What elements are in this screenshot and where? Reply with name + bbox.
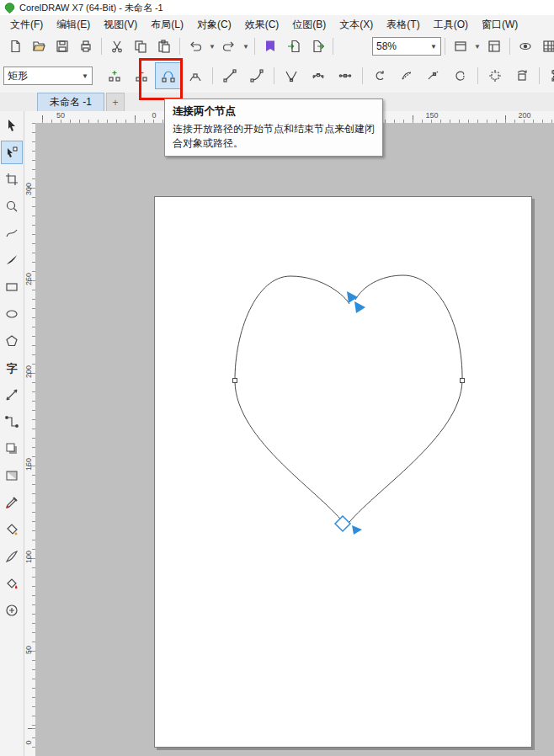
selected-node-arrow[interactable] bbox=[347, 291, 358, 303]
menu-bitmaps[interactable]: 位图(B) bbox=[285, 15, 333, 35]
shape-preset-select[interactable]: 矩形 ▼ bbox=[3, 67, 93, 85]
join-two-nodes-button[interactable] bbox=[155, 62, 182, 89]
pick-tool[interactable] bbox=[1, 114, 23, 137]
convert-to-line-button[interactable] bbox=[216, 62, 243, 89]
menu-tools[interactable]: 工具(O) bbox=[427, 15, 475, 35]
rectangle-tool[interactable] bbox=[1, 275, 23, 299]
color-eyedropper-tool[interactable] bbox=[1, 491, 23, 514]
delete-node-button[interactable] bbox=[128, 62, 155, 89]
symmetrical-node-button[interactable] bbox=[332, 62, 359, 89]
copy-button[interactable] bbox=[129, 35, 152, 57]
toolbar-separator bbox=[477, 67, 478, 84]
menu-edit[interactable]: 编辑(E) bbox=[50, 15, 97, 35]
vruler-label: 250 bbox=[24, 274, 33, 285]
transparency-tool[interactable] bbox=[1, 464, 23, 487]
menu-object[interactable]: 对象(C) bbox=[190, 15, 238, 35]
add-tools-button[interactable] bbox=[1, 599, 23, 622]
start-node-diamond[interactable] bbox=[335, 516, 350, 531]
drop-shadow-tool[interactable] bbox=[1, 437, 23, 461]
redo-dropdown-caret[interactable]: ▼ bbox=[241, 36, 251, 56]
drawing-canvas[interactable] bbox=[35, 123, 554, 756]
shape-tool[interactable] bbox=[1, 141, 23, 164]
hruler-label: 0 bbox=[152, 111, 156, 120]
heart-curve[interactable] bbox=[235, 275, 462, 526]
extend-curve-icon bbox=[400, 69, 413, 83]
new-document-tab-button[interactable]: + bbox=[106, 93, 125, 111]
dimension-icon bbox=[5, 388, 19, 402]
hruler-label: 50 bbox=[56, 111, 65, 120]
crop-tool[interactable] bbox=[1, 168, 23, 191]
search-content-icon bbox=[264, 40, 277, 53]
tooltip-title: 连接两个节点 bbox=[173, 104, 375, 119]
text-tool-icon: 字 bbox=[7, 363, 18, 374]
document-tab-label: 未命名 -1 bbox=[50, 95, 92, 109]
undo-dropdown-caret[interactable]: ▼ bbox=[207, 36, 217, 56]
tooltip: 连接两个节点 连接开放路径的开始节点和结束节点来创建闭合对象或路径。 bbox=[164, 98, 383, 157]
import-button[interactable] bbox=[282, 35, 306, 57]
tip-node-arrow[interactable] bbox=[352, 525, 362, 535]
smart-fill-tool[interactable] bbox=[1, 518, 23, 541]
menu-layout[interactable]: 布局(L) bbox=[144, 15, 190, 35]
straight-line-connector-tool[interactable] bbox=[1, 410, 23, 434]
search-content-button[interactable] bbox=[258, 35, 282, 57]
reverse-direction-button[interactable] bbox=[366, 62, 393, 89]
menu-table[interactable]: 表格(T) bbox=[380, 15, 426, 35]
paste-button[interactable] bbox=[152, 35, 176, 57]
welcome-screen-button[interactable] bbox=[482, 35, 506, 57]
break-curve-button[interactable] bbox=[182, 62, 209, 89]
launcher-dropdown-caret[interactable]: ▼ bbox=[472, 36, 482, 56]
menu-effects[interactable]: 效果(C) bbox=[238, 15, 286, 35]
curve-node[interactable] bbox=[233, 379, 237, 383]
text-tool[interactable]: 字 bbox=[1, 356, 23, 380]
toolbar-separator bbox=[179, 38, 180, 55]
interactive-fill-tool[interactable] bbox=[1, 572, 23, 595]
close-curve-button[interactable] bbox=[447, 62, 474, 89]
cut-button[interactable] bbox=[105, 35, 129, 57]
shape-preset-value: 矩形 bbox=[8, 69, 28, 83]
polygon-tool[interactable] bbox=[1, 329, 23, 353]
convert-to-curve-button[interactable] bbox=[243, 62, 270, 89]
menu-file[interactable]: 文件(F) bbox=[3, 15, 50, 35]
view-preview-button[interactable] bbox=[514, 35, 537, 57]
zoom-level-combo[interactable]: 58% ▼ bbox=[372, 37, 441, 56]
copy-icon bbox=[134, 40, 147, 53]
reverse-direction-icon bbox=[373, 69, 386, 83]
extend-curve-to-close-button[interactable] bbox=[393, 62, 420, 89]
new-button[interactable] bbox=[3, 35, 27, 57]
document-tab-active[interactable]: 未命名 -1 bbox=[37, 93, 104, 111]
save-button[interactable] bbox=[51, 35, 74, 57]
menu-bar: 文件(F) 编辑(E) 视图(V) 布局(L) 对象(C) 效果(C) 位图(B… bbox=[0, 15, 554, 35]
curve-node[interactable] bbox=[461, 379, 465, 383]
add-node-button[interactable] bbox=[101, 62, 128, 89]
freehand-tool[interactable] bbox=[1, 221, 23, 245]
parallel-dimension-tool[interactable] bbox=[1, 383, 23, 407]
export-icon bbox=[311, 40, 324, 53]
outline-pen-tool[interactable] bbox=[1, 545, 23, 568]
vruler-label: 300 bbox=[24, 184, 33, 195]
redo-button[interactable] bbox=[217, 35, 241, 57]
selected-node-arrow[interactable] bbox=[354, 301, 365, 313]
menu-text[interactable]: 文本(X) bbox=[333, 15, 380, 35]
rotate-skew-nodes-button[interactable] bbox=[509, 62, 535, 89]
menu-view[interactable]: 视图(V) bbox=[97, 15, 144, 35]
application-launcher-button[interactable] bbox=[449, 35, 472, 57]
crop-icon bbox=[5, 173, 19, 186]
zoom-tool[interactable] bbox=[1, 194, 23, 218]
cusp-node-button[interactable] bbox=[278, 62, 305, 89]
export-button[interactable] bbox=[306, 35, 329, 57]
align-nodes-button[interactable] bbox=[543, 62, 554, 89]
document-page[interactable] bbox=[154, 196, 532, 748]
undo-button[interactable] bbox=[184, 35, 207, 57]
stretch-nodes-button[interactable] bbox=[482, 62, 509, 89]
print-button[interactable] bbox=[74, 35, 98, 57]
menu-window[interactable]: 窗口(W) bbox=[475, 15, 525, 35]
open-button[interactable] bbox=[27, 35, 51, 57]
artistic-media-tool[interactable] bbox=[1, 248, 23, 272]
toolbar-separator bbox=[333, 38, 333, 55]
extract-subpath-button[interactable] bbox=[420, 62, 447, 89]
save-floppy-icon bbox=[56, 40, 69, 53]
smooth-node-button[interactable] bbox=[305, 62, 332, 89]
grid-options-button[interactable] bbox=[537, 35, 554, 57]
vertical-ruler[interactable]: 300 250 200 150 100 50 0 bbox=[24, 123, 36, 756]
ellipse-tool[interactable] bbox=[1, 302, 23, 326]
